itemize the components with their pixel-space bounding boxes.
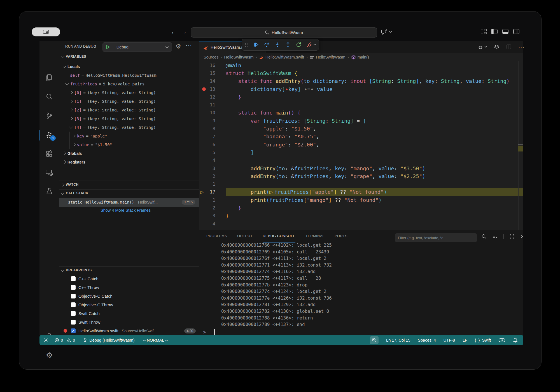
- panel-tab-output[interactable]: OUTPUT: [237, 230, 253, 242]
- breakpoint-checkbox[interactable]: [71, 276, 76, 281]
- breakpoint-row[interactable]: C++ Throw: [59, 283, 199, 292]
- breakpoint-checkbox[interactable]: [71, 302, 76, 307]
- breakpoint-row[interactable]: Swift Catch: [59, 309, 199, 318]
- zoom-status-button[interactable]: [370, 336, 379, 344]
- source-control-icon[interactable]: [39, 108, 59, 123]
- breakpoint-checkbox[interactable]: [71, 285, 76, 290]
- indentation[interactable]: Spaces: 4: [418, 338, 436, 342]
- code-line[interactable]: 13 dictionary[●key] ●=● value: [199, 85, 523, 93]
- console-input-row[interactable]: >: [203, 329, 215, 335]
- start-debug-button[interactable]: [103, 43, 113, 52]
- breakpoint-row[interactable]: Swift Throw: [59, 318, 199, 326]
- variable-row[interactable]: Registers: [59, 158, 199, 166]
- chevron-right-icon[interactable]: [72, 134, 76, 138]
- variable-row[interactable]: [3]=(key: String, value: String): [59, 114, 199, 123]
- variable-row[interactable]: fruitPrices=5 key/value pairs: [59, 80, 199, 88]
- editor-gutter[interactable]: 5: [199, 148, 226, 156]
- chevron-right-icon[interactable]: [69, 91, 73, 94]
- command-center-search[interactable]: HelloSwiftWasm: [191, 27, 377, 38]
- breadcrumb-item[interactable]: Sources: [204, 55, 218, 59]
- code-line[interactable]: 11: [199, 101, 523, 109]
- show-more-stack-frames-link[interactable]: Show 4 More Stack Frames: [101, 207, 151, 214]
- vim-mode-indicator[interactable]: -- NORMAL --: [143, 338, 168, 342]
- call-stack-section-header[interactable]: CALL STACK: [61, 191, 88, 195]
- variable-row[interactable]: Locals: [59, 62, 199, 71]
- breakpoint-checkbox[interactable]: [71, 311, 76, 316]
- code-line[interactable]: 1: [199, 180, 523, 188]
- chevron-right-icon[interactable]: [69, 99, 73, 103]
- editor-gutter[interactable]: 1: [199, 180, 226, 188]
- variables-section-header[interactable]: VARIABLES: [61, 55, 86, 59]
- code-line[interactable]: 4: [199, 220, 523, 228]
- back-arrow-icon[interactable]: ←: [171, 29, 177, 35]
- testing-icon[interactable]: [39, 184, 59, 199]
- chevron-right-icon[interactable]: [69, 117, 73, 120]
- debug-settings-gear-icon[interactable]: ⚙: [176, 43, 181, 50]
- customize-layout-icon[interactable]: [481, 29, 487, 34]
- stack-frame-row[interactable]: static HelloSwiftWasm.main() HelloSwif..…: [59, 198, 199, 207]
- breadcrumb-item[interactable]: HelloSwiftWasm.swift: [259, 55, 304, 59]
- editor-gutter[interactable]: 2: [199, 204, 226, 212]
- chevron-right-icon[interactable]: [72, 143, 76, 146]
- step-over-icon[interactable]: [264, 42, 270, 48]
- watch-section-header[interactable]: WATCH: [61, 183, 79, 186]
- editor-gutter[interactable]: 4: [199, 157, 226, 164]
- debug-run-menu-icon[interactable]: [478, 44, 487, 50]
- close-panel-icon[interactable]: [520, 234, 523, 239]
- maximize-panel-icon[interactable]: [509, 234, 515, 239]
- code-line[interactable]: 16@main: [199, 61, 523, 69]
- eol-sequence[interactable]: LF: [463, 338, 467, 342]
- editor-gutter[interactable]: 9: [199, 117, 226, 125]
- breadcrumb-item[interactable]: HelloSwiftWasm: [310, 55, 345, 59]
- editor-gutter[interactable]: 3: [199, 164, 226, 172]
- code-line[interactable]: 14 static func addEntry(to dictionary: i…: [199, 77, 523, 85]
- panel-tab-debug-console[interactable]: DEBUG CONSOLE: [263, 230, 295, 242]
- disconnect-button[interactable]: [306, 42, 316, 48]
- breakpoint-checkbox[interactable]: [71, 294, 76, 298]
- editor-gutter[interactable]: 16: [199, 61, 226, 69]
- screen-share-pill-button[interactable]: [32, 27, 60, 36]
- toggle-sidebar-icon[interactable]: [491, 29, 498, 34]
- editor-gutter[interactable]: 4: [199, 220, 226, 228]
- variable-row[interactable]: [0]=(key: String, value: String): [59, 88, 199, 97]
- chevron-down-icon[interactable]: [65, 82, 69, 85]
- variable-row[interactable]: self=HelloSwiftWasm.HelloSwiftWasm: [59, 71, 199, 80]
- cursor-position[interactable]: Ln 17, Col 15: [386, 338, 410, 342]
- editor-gutter[interactable]: 15: [199, 69, 226, 77]
- code-line[interactable]: 4: [199, 157, 523, 164]
- forward-arrow-icon[interactable]: →: [181, 29, 187, 35]
- chevron-right-icon[interactable]: [62, 151, 66, 155]
- search-view-icon[interactable]: [39, 89, 59, 104]
- code-line[interactable]: 3 addEntry(to: &fruitPrices, key: "mango…: [199, 164, 523, 172]
- breakpoints-section-header[interactable]: BREAKPOINTS: [61, 268, 92, 272]
- editor-gutter[interactable]: 6: [199, 141, 226, 148]
- code-line[interactable]: 8 "apple": "$1.50",: [199, 125, 523, 132]
- drag-handle[interactable]: [244, 42, 248, 47]
- code-line[interactable]: ▷17 print(▷fruitPrices["apple"] ?? "Not …: [199, 188, 523, 196]
- language-mode[interactable]: { } Swift: [475, 338, 491, 342]
- editor-gutter[interactable]: 11: [199, 101, 226, 109]
- chevron-right-icon[interactable]: [62, 160, 66, 164]
- remote-indicator-icon[interactable]: [43, 338, 48, 342]
- chevron-down-icon[interactable]: [69, 125, 73, 129]
- breakpoint-checkbox[interactable]: ✓: [71, 328, 76, 333]
- editor-gutter[interactable]: 3: [199, 212, 226, 220]
- layers-icon[interactable]: [494, 44, 500, 50]
- toggle-panel-icon[interactable]: [502, 29, 508, 34]
- explorer-icon[interactable]: [39, 70, 59, 85]
- breakpoint-row[interactable]: Objective-C Catch: [59, 292, 199, 300]
- chevron-right-icon[interactable]: [69, 108, 73, 112]
- editor-gutter[interactable]: 13: [199, 85, 226, 93]
- code-line[interactable]: 12 }: [199, 93, 523, 101]
- editor-gutter[interactable]: 1: [199, 196, 226, 204]
- code-line[interactable]: 5 ]: [199, 148, 523, 156]
- code-line[interactable]: 2 addEntry(to: &fruitPrices, key: "grape…: [199, 172, 523, 180]
- variable-row[interactable]: [2]=(key: String, value: String): [59, 106, 199, 114]
- breakpoint-checkbox[interactable]: [71, 320, 76, 325]
- code-line[interactable]: 9 var fruitPrices: [String: String] = [: [199, 117, 523, 125]
- editor-gutter[interactable]: 2: [199, 172, 226, 180]
- breakpoint-row[interactable]: ✓HelloSwiftWasm.swiftSources/HelloSwif..…: [59, 326, 199, 335]
- debug-status[interactable]: Debug (HelloSwiftWasm): [83, 338, 134, 342]
- debug-configuration-dropdown[interactable]: Debug: [102, 42, 172, 52]
- remote-explorer-icon[interactable]: [39, 165, 59, 180]
